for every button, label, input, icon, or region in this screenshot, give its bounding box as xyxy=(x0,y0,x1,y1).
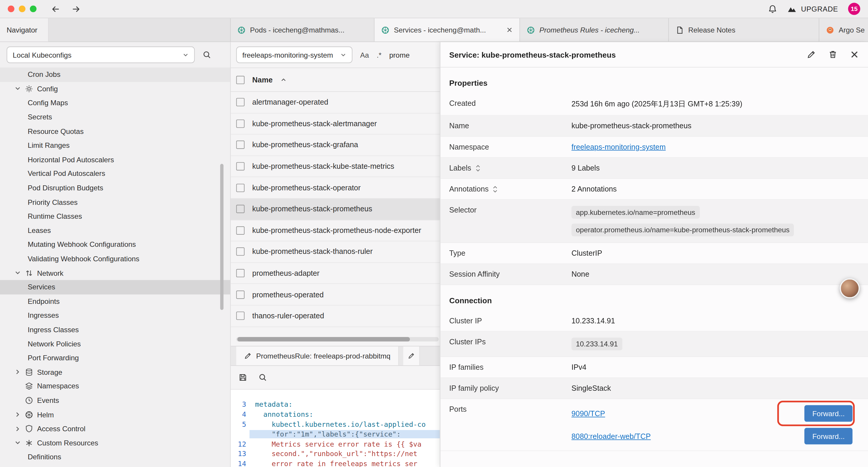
sidebar-item-access-control[interactable]: Access Control xyxy=(0,422,230,436)
sort-updown-icon[interactable] xyxy=(474,164,481,172)
delete-icon[interactable] xyxy=(828,50,838,59)
sidebar-item-mutating-webhook-configurations[interactable]: Mutating Webhook Configurations xyxy=(0,238,230,252)
sidebar-item-pod-disruption-budgets[interactable]: Pod Disruption Budgets xyxy=(0,181,230,195)
sidebar-item-ingresses[interactable]: Ingresses xyxy=(0,308,230,322)
chevron-right-icon[interactable] xyxy=(14,411,21,418)
row-checkbox[interactable] xyxy=(236,141,245,149)
service-name: kube-prometheus-stack-prometheus-node-ex… xyxy=(252,226,421,235)
name-column-header[interactable]: Name xyxy=(252,76,273,84)
prop-row-session-affinity: Session Affinity None xyxy=(440,264,868,285)
annotations-value[interactable]: 2 Annotations xyxy=(571,185,859,193)
sidebar-item-resource-quotas[interactable]: Resource Quotas xyxy=(0,124,230,138)
row-checkbox[interactable] xyxy=(236,312,245,320)
sidebar-item-network-policies[interactable]: Network Policies xyxy=(0,337,230,351)
sidebar-item-leases[interactable]: Leases xyxy=(0,224,230,238)
close-tab-icon[interactable] xyxy=(506,27,513,33)
sidebar-item-vertical-pod-autoscalers[interactable]: Vertical Pod Autoscalers xyxy=(0,167,230,181)
namespace-link[interactable]: freeleaps-monitoring-system xyxy=(571,143,665,151)
edit-icon[interactable] xyxy=(807,50,816,59)
back-icon[interactable] xyxy=(51,4,60,13)
select-all-checkbox[interactable] xyxy=(236,76,245,84)
tab-label: Prometheus Rules - icecheng... xyxy=(539,26,640,34)
prop-row-ip-family-policy: IP family policy SingleStack xyxy=(440,378,868,399)
bell-icon[interactable] xyxy=(768,4,777,13)
sidebar-item-priority-classes[interactable]: Priority Classes xyxy=(0,195,230,209)
namespace-select[interactable]: freeleaps-monitoring-system xyxy=(236,47,352,63)
row-checkbox[interactable] xyxy=(236,183,245,192)
editor-tab[interactable]: Release Notes xyxy=(669,18,819,42)
sidebar-item-validating-webhook-configurations[interactable]: Validating Webhook Configurations xyxy=(0,252,230,266)
sidebar-item-port-forwarding[interactable]: Port Forwarding xyxy=(0,351,230,365)
port-link[interactable]: 8080:reloader-web/TCP xyxy=(571,432,651,440)
row-checkbox[interactable] xyxy=(236,226,245,235)
sidebar-item-custom-resources[interactable]: Custom Resources xyxy=(0,436,230,450)
editor-tab[interactable]: Pods - icecheng@mathmas... xyxy=(231,18,375,42)
chevron-down-icon[interactable] xyxy=(14,269,21,276)
sidebar-item-namespaces[interactable]: Namespaces xyxy=(0,379,230,393)
avatar[interactable] xyxy=(840,279,860,298)
maximize-window-button[interactable] xyxy=(30,6,36,12)
upgrade-button[interactable]: UPGRADE xyxy=(787,4,838,13)
match-case-toggle[interactable]: Aa xyxy=(360,51,369,59)
row-checkbox[interactable] xyxy=(236,248,245,256)
navigator-panel-tab[interactable]: Navigator xyxy=(0,18,49,42)
prop-row-namespace: Namespace freeleaps-monitoring-system xyxy=(440,137,868,158)
labels-value[interactable]: 9 Labels xyxy=(571,164,859,172)
editor-tab[interactable]: Argo Se xyxy=(819,18,868,42)
sort-asc-icon[interactable] xyxy=(280,77,286,83)
release-notes-icon xyxy=(675,26,684,34)
row-checkbox[interactable] xyxy=(236,290,245,298)
helm-icon xyxy=(25,411,33,419)
chevron-down-icon[interactable] xyxy=(14,85,21,92)
sidebar-item-label: Pod Disruption Budgets xyxy=(28,184,103,192)
close-window-button[interactable] xyxy=(8,6,14,12)
sidebar-item-config-maps[interactable]: Config Maps xyxy=(0,96,230,110)
sort-updown-icon[interactable] xyxy=(492,185,498,193)
row-checkbox[interactable] xyxy=(236,119,245,128)
sidebar-item-horizontal-pod-autoscalers[interactable]: Horizontal Pod Autoscalers xyxy=(0,152,230,167)
sidebar-item-label: Port Forwarding xyxy=(28,354,79,362)
row-checkbox[interactable] xyxy=(236,162,245,171)
sidebar-item-services[interactable]: Services xyxy=(0,280,230,294)
sidebar-item-ingress-classes[interactable]: Ingress Classes xyxy=(0,322,230,337)
chevron-right-icon[interactable] xyxy=(14,425,21,432)
sidebar-item-label: Validating Webhook Configurations xyxy=(28,255,140,263)
row-checkbox[interactable] xyxy=(236,98,245,107)
editor-tab[interactable]: Services - icecheng@math... xyxy=(375,18,520,42)
sidebar-item-definitions[interactable]: Definitions xyxy=(0,450,230,464)
sidebar-scrollbar[interactable] xyxy=(220,164,223,310)
prop-row-created: Created 253d 16h 6m ago (2025年1月13日 GMT+… xyxy=(440,93,868,116)
port-link[interactable]: 9090/TCP xyxy=(571,409,605,418)
notification-count-badge[interactable]: 15 xyxy=(848,3,860,15)
kubeconfig-select[interactable]: Local Kubeconfigs xyxy=(6,47,195,63)
row-checkbox[interactable] xyxy=(236,269,245,277)
sidebar-item-storage[interactable]: Storage xyxy=(0,365,230,379)
dock-tab-next[interactable] xyxy=(403,346,420,365)
search-icon[interactable] xyxy=(258,373,267,382)
sidebar-item-runtime-classes[interactable]: Runtime Classes xyxy=(0,209,230,224)
dock-tab-prometheusrule[interactable]: PrometheusRule: freeleaps-prod-rabbitmq xyxy=(236,346,399,365)
horizontal-scrollbar[interactable] xyxy=(237,337,410,341)
editor-tab[interactable]: Prometheus Rules - icecheng... xyxy=(520,18,669,42)
search-input[interactable]: prome xyxy=(389,51,409,59)
forward-button[interactable]: Forward... xyxy=(805,428,852,444)
search-icon[interactable] xyxy=(203,50,211,59)
chevron-right-icon[interactable] xyxy=(14,369,21,375)
sidebar-item-endpoints[interactable]: Endpoints xyxy=(0,294,230,308)
sidebar-item-config[interactable]: Config xyxy=(0,82,230,96)
close-icon[interactable] xyxy=(850,50,859,59)
sidebar-item-helm[interactable]: Helm xyxy=(0,408,230,422)
chevron-down-icon[interactable] xyxy=(14,439,21,446)
sidebar-item-secrets[interactable]: Secrets xyxy=(0,110,230,124)
sidebar-item-limit-ranges[interactable]: Limit Ranges xyxy=(0,138,230,152)
regex-toggle[interactable]: .* xyxy=(377,51,381,59)
forward-icon[interactable] xyxy=(71,4,81,13)
sidebar-item-network[interactable]: Network xyxy=(0,266,230,280)
forward-button[interactable]: Forward... xyxy=(805,405,852,422)
minimize-window-button[interactable] xyxy=(19,6,25,12)
save-icon[interactable] xyxy=(239,373,247,382)
sidebar-item-cron-jobs[interactable]: Cron Jobs xyxy=(0,67,230,82)
sidebar-item-label: Services xyxy=(28,283,55,291)
sidebar-item-events[interactable]: Events xyxy=(0,393,230,408)
row-checkbox[interactable] xyxy=(236,205,245,213)
